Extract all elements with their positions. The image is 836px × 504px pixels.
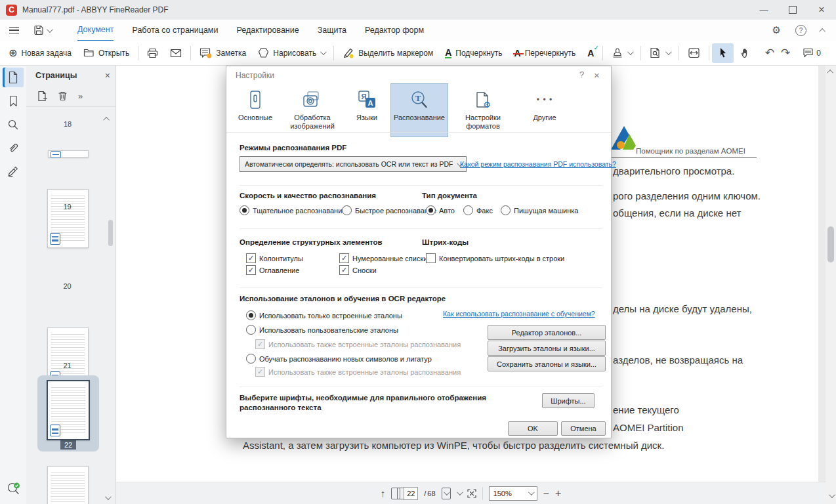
close-button[interactable]: × bbox=[807, 0, 836, 20]
tab-general[interactable]: Основные bbox=[233, 83, 278, 137]
load-patterns-button[interactable]: Загрузить эталоны и языки... bbox=[488, 341, 606, 356]
panel-more-icon[interactable]: » bbox=[78, 91, 83, 101]
menu-item-protect[interactable]: Защита bbox=[318, 20, 346, 41]
redo-button[interactable]: ↷ bbox=[781, 46, 790, 60]
new-task-button[interactable]: ⊕ Новая задача bbox=[3, 43, 77, 63]
previous-page-icon[interactable]: ↑ bbox=[381, 488, 386, 499]
draw-button[interactable]: Нарисовать bbox=[252, 43, 331, 63]
menu-item-edit[interactable]: Редактирование bbox=[236, 20, 299, 41]
tab-recognition[interactable]: T Распознавание bbox=[390, 83, 448, 137]
current-page-input[interactable]: 22 bbox=[404, 487, 418, 500]
settings-gear-icon[interactable]: ⚙ bbox=[772, 24, 781, 36]
radio-doc-type-auto[interactable]: Авто bbox=[426, 205, 455, 215]
spellcheck-button[interactable]: А bbox=[581, 43, 600, 63]
minimize-button[interactable]: — bbox=[749, 0, 778, 20]
delete-page-button[interactable] bbox=[58, 91, 68, 101]
tab-image-processing[interactable]: Обработка изображений bbox=[282, 83, 343, 137]
menu-item-form-editor[interactable]: Редактор форм bbox=[365, 20, 424, 41]
zoom-select[interactable]: 150% bbox=[489, 486, 537, 501]
thumbnail-page-22[interactable] bbox=[47, 380, 90, 440]
radio-builtin-patterns[interactable]: Использовать только встроенные эталоны bbox=[246, 310, 402, 320]
menu-item-document[interactable]: Документ bbox=[77, 19, 114, 41]
radio-fast-recognition[interactable]: Быстрое распознавание bbox=[342, 205, 436, 215]
scrollbar-thumb[interactable] bbox=[827, 226, 834, 262]
hamburger-menu-icon[interactable] bbox=[9, 27, 19, 34]
convert-document-button[interactable] bbox=[682, 43, 706, 63]
zoom-in-button[interactable]: + bbox=[555, 488, 561, 499]
highlight-button[interactable]: Выделить маркером bbox=[337, 43, 439, 63]
add-page-button[interactable] bbox=[37, 91, 47, 102]
radio-user-patterns[interactable]: Использовать пользовательские эталоны bbox=[246, 325, 398, 335]
checkbox-convert-barcodes[interactable]: Конвертировать штрих-коды в строки bbox=[426, 253, 564, 263]
highlighter-icon bbox=[343, 47, 354, 58]
search-panel-button[interactable] bbox=[3, 115, 24, 135]
maximize-button[interactable] bbox=[778, 0, 807, 20]
attachments-panel-button[interactable] bbox=[3, 138, 24, 158]
fit-screen-icon[interactable] bbox=[467, 489, 476, 498]
zoom-out-button[interactable]: − bbox=[543, 488, 549, 499]
scroll-up-icon[interactable] bbox=[827, 70, 833, 76]
strikethrough-button[interactable]: А Перечеркнуть bbox=[509, 43, 582, 63]
tab-languages[interactable]: ЯA Языки bbox=[347, 83, 387, 137]
open-button[interactable]: Открыть bbox=[77, 43, 135, 63]
tab-other[interactable]: • • • Другие bbox=[518, 83, 572, 137]
help-icon[interactable]: ? bbox=[795, 25, 806, 36]
radio-doc-type-fax[interactable]: Факс bbox=[463, 205, 493, 215]
panel-scrollbar-thumb[interactable] bbox=[108, 220, 113, 246]
pdf-mode-help-link[interactable]: Какой режим распознавания PDF использова… bbox=[460, 160, 616, 168]
fonts-button[interactable]: Шрифты... bbox=[542, 393, 595, 408]
collapse-ribbon-icon[interactable] bbox=[819, 28, 826, 34]
dialog-close-icon[interactable]: × bbox=[594, 70, 600, 81]
checkbox-table-of-contents[interactable]: Оглавление bbox=[246, 265, 299, 275]
undo-button[interactable]: ↶ bbox=[765, 46, 774, 60]
general-icon bbox=[247, 89, 263, 110]
thumbnail-page-19[interactable] bbox=[47, 189, 89, 248]
recognition-status-button[interactable] bbox=[6, 481, 22, 497]
select-tool-button[interactable] bbox=[712, 43, 734, 63]
signature-panel-button[interactable] bbox=[3, 162, 24, 182]
panel-scroll-down-icon[interactable] bbox=[105, 494, 112, 500]
ok-button[interactable]: OK bbox=[508, 421, 558, 436]
recognition-icon: T bbox=[409, 89, 429, 110]
next-page-icon[interactable] bbox=[442, 488, 451, 499]
pdf-mode-dropdown[interactable]: Автоматически определять: использовать O… bbox=[240, 156, 467, 172]
radio-doc-type-typewriter[interactable]: Пишущая машинка bbox=[501, 205, 578, 215]
email-button[interactable] bbox=[164, 43, 188, 63]
dialog-help-icon[interactable]: ? bbox=[579, 70, 584, 79]
underline-button[interactable]: А Подчеркнуть bbox=[439, 43, 508, 63]
document-scrollbar[interactable] bbox=[826, 66, 836, 504]
thumbnail-number: 20 bbox=[47, 282, 87, 290]
comments-button[interactable]: 0 bbox=[797, 43, 827, 63]
thumbnail-page-22-selected[interactable]: 22 bbox=[37, 375, 99, 452]
checkbox-also-builtin-1[interactable]: Использовать также встроенные эталоны ра… bbox=[255, 339, 461, 349]
save-dropdown-chevron-icon[interactable] bbox=[47, 26, 53, 33]
thumbnail-number: 21 bbox=[47, 362, 87, 369]
save-button[interactable] bbox=[33, 25, 44, 35]
panel-close-icon[interactable]: × bbox=[105, 70, 110, 81]
search-document-button[interactable] bbox=[644, 43, 676, 63]
checkbox-label: Колонтитулы bbox=[259, 255, 303, 262]
radio-train-new-characters[interactable]: Обучать распознаванию новых символов и л… bbox=[246, 354, 432, 364]
scroll-down-icon[interactable] bbox=[829, 492, 835, 498]
radio-thorough-recognition[interactable]: Тщательное распознавание bbox=[240, 205, 346, 215]
note-button[interactable]: Заметка bbox=[194, 43, 252, 63]
training-help-link[interactable]: Как использовать распознавание с обучени… bbox=[443, 310, 595, 318]
thumbnail-page-21[interactable] bbox=[47, 466, 89, 504]
save-patterns-button[interactable]: Сохранить эталоны и языки... bbox=[488, 356, 606, 371]
thumbnail-page-18[interactable] bbox=[48, 150, 89, 158]
hand-tool-button[interactable] bbox=[734, 43, 757, 63]
pattern-editor-button[interactable]: Редактор эталонов... bbox=[488, 325, 606, 340]
checkbox-footnotes[interactable]: Сноски bbox=[339, 265, 377, 275]
checkbox-also-builtin-2[interactable]: Использовать также встроенные эталоны ра… bbox=[255, 367, 461, 377]
menu-item-pages[interactable]: Работа со страницами bbox=[132, 20, 218, 41]
stamp-button[interactable] bbox=[606, 43, 638, 63]
panel-scroll-up-icon[interactable] bbox=[103, 117, 110, 123]
page-nav-dropdown-icon[interactable] bbox=[457, 489, 463, 495]
checkbox-numbered-lists[interactable]: Нумерованные списки bbox=[339, 253, 427, 263]
checkbox-headers-footers[interactable]: Колонтитулы bbox=[246, 253, 303, 263]
tab-format-settings[interactable]: ⚙ Настройки форматов bbox=[452, 83, 514, 137]
pages-panel-button[interactable] bbox=[3, 68, 24, 87]
cancel-button[interactable]: Отмена bbox=[561, 421, 606, 436]
bookmarks-panel-button[interactable] bbox=[3, 91, 24, 111]
print-button[interactable] bbox=[141, 43, 164, 63]
